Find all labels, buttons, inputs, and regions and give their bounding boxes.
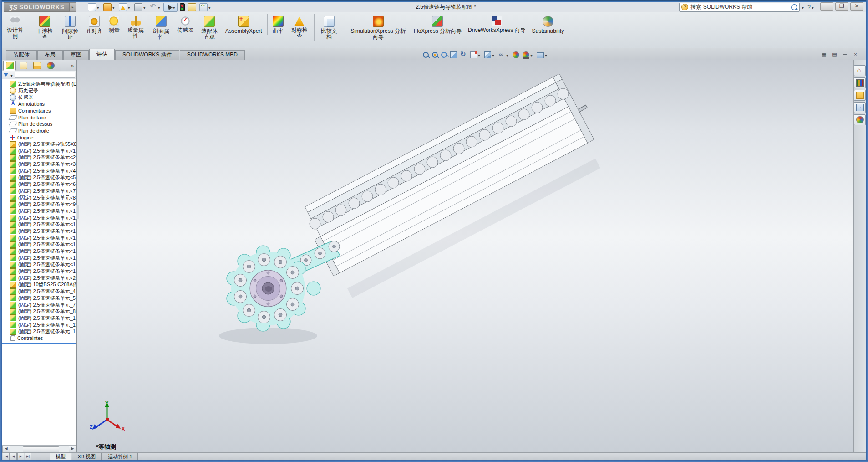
scroll-right-icon[interactable]: ▶ [69, 446, 76, 452]
dropdown-arrow-icon[interactable] [544, 52, 548, 58]
tree-item[interactable]: (固定) 2.5倍速链条单元<4> [3, 168, 76, 175]
sensors-button[interactable]: 传感器 [174, 14, 197, 34]
curvature-button[interactable]: 曲率 [267, 14, 287, 35]
tab-evaluate[interactable]: 评估 [89, 49, 115, 60]
appearances-scenes-tab[interactable] [854, 114, 866, 125]
tree-item[interactable]: 传感器 [3, 94, 76, 101]
tree-item[interactable]: (固定) 2.5倍速链条单元<2> [3, 154, 76, 161]
sustainability-button[interactable]: Sustainability [529, 14, 568, 35]
tree-item[interactable]: Origine [3, 134, 76, 141]
tree-item[interactable]: (固定) 2.5倍速链条单元<19> [3, 268, 76, 275]
simulationxpress-button[interactable]: SimulationXpress 分析向导 [344, 14, 411, 41]
edit-appearance-button[interactable] [513, 51, 519, 58]
tab-sketch[interactable]: 草图 [63, 50, 89, 60]
sprocket-hub[interactable] [250, 270, 286, 307]
new-document-button[interactable] [87, 3, 101, 12]
tree-item[interactable]: Contraintes [3, 335, 76, 342]
close-document-button[interactable]: × [852, 51, 859, 58]
view-settings-button[interactable] [537, 51, 548, 58]
tree-item[interactable]: (固定) 2.5倍速链条单元<15> [3, 241, 76, 248]
tree-item[interactable]: (固定) 2.5倍速链条单元<3> [3, 161, 76, 168]
dropdown-arrow-icon[interactable] [477, 52, 481, 58]
tree-item[interactable]: (固定) 2.5倍速链条单元_45 [3, 288, 76, 295]
interference-check-button[interactable]: 干涉检查 [30, 14, 57, 41]
tree-item[interactable]: (固定) 2.5倍速链条单元<8> [3, 195, 76, 201]
dropdown-arrow-icon[interactable] [96, 4, 100, 10]
section-view-button[interactable] [450, 51, 457, 58]
tree-item[interactable]: (固定) 2.5倍速链条单元<10> [3, 208, 76, 215]
dropdown-arrow-icon[interactable] [127, 4, 131, 10]
tree-item[interactable]: 2.5倍速链与导轨装配图 (Défa [3, 81, 76, 87]
tree-item[interactable]: (固定) 2.5倍速链条单元_87 [3, 308, 76, 315]
filter-funnel-icon[interactable] [4, 73, 8, 77]
view-orientation-button[interactable] [470, 51, 481, 58]
search-input[interactable]: ? 搜索 SOLIDWORKS 帮助 [679, 3, 800, 12]
rotate-view-button[interactable] [460, 51, 467, 58]
filter-dropdown-arrow-icon[interactable] [10, 72, 14, 78]
tree-item[interactable]: (固定) 2.5倍速链条单元<5> [3, 175, 76, 181]
tree-item[interactable]: (固定) 2.5倍速链条单元_73 [3, 302, 76, 308]
symmetry-check-button[interactable]: 对称检查 [287, 14, 312, 40]
tree-item[interactable]: (固定) 2.5倍速链条单元<12> [3, 221, 76, 228]
solidworks-resources-tab[interactable] [854, 65, 866, 76]
tree-item[interactable]: (固定) 2.5倍速链导轨55X85 [3, 141, 76, 148]
assembly-model[interactable] [77, 60, 853, 452]
first-tab-button[interactable]: |◀ [3, 453, 10, 460]
tree-item[interactable]: (固定) 2.5倍速链条单元<6> [3, 181, 76, 188]
tree-item[interactable]: (固定) 2.5倍速链条单元<14> [3, 235, 76, 241]
tree-item[interactable]: (固定) 2.5倍速链条单元<18> [3, 262, 76, 268]
tree-item[interactable]: (固定) 2.5倍速链条单元_11 [3, 322, 76, 329]
close-button[interactable]: ✕ [850, 2, 863, 11]
motion-study-tab[interactable]: 运动算例 1 [102, 453, 138, 460]
hide-show-items-button[interactable] [498, 51, 509, 58]
tree-item[interactable]: (固定) 2.5倍速链条单元<13> [3, 228, 76, 235]
tree-item[interactable]: 历史记录 [3, 87, 76, 94]
search-icon[interactable] [791, 4, 797, 10]
cascade-windows-button[interactable]: ▦ [820, 51, 828, 58]
tree-item[interactable]: (固定) 2.5倍速链条单元<20> [3, 275, 76, 282]
driveworksxpress-button[interactable]: DriveWorksXpress 向导 [465, 14, 528, 34]
3d-views-tab[interactable]: 3D 视图 [72, 453, 102, 460]
floxpress-button[interactable]: FloXpress 分析向导 [411, 14, 465, 35]
tab-layout[interactable]: 布局 [37, 50, 63, 60]
file-explorer-tab[interactable] [854, 90, 866, 101]
dropdown-arrow-icon[interactable] [505, 52, 509, 58]
propertymanager-tab[interactable] [17, 61, 30, 71]
tree-item[interactable]: Plan de droite [3, 128, 76, 134]
zoom-to-fit-button[interactable] [423, 52, 429, 58]
minimize-button[interactable]: — [820, 2, 833, 11]
tree-item[interactable]: (固定) 2.5倍速链条单元_59 [3, 295, 76, 302]
print-button[interactable] [133, 3, 147, 12]
tree-item[interactable]: Plan de face [3, 114, 76, 121]
model-tab[interactable]: 模型 [50, 453, 71, 460]
tree-item[interactable]: Plan de dessus [3, 121, 76, 128]
measure-button[interactable]: 测量 [106, 14, 123, 34]
hole-align-button[interactable]: 孔对齐 [83, 14, 106, 35]
minimize-document-button[interactable]: ─ [841, 51, 849, 58]
dropdown-arrow-icon[interactable] [208, 4, 212, 10]
open-document-button[interactable] [102, 3, 117, 12]
tab-assembly[interactable]: 装配体 [6, 50, 37, 60]
tile-windows-button[interactable]: ▤ [831, 51, 838, 58]
dropdown-arrow-icon[interactable] [157, 4, 161, 10]
tree-item[interactable]: (固定) 2.5倍速链条单元<11> [3, 215, 76, 221]
help-button[interactable]: ? [805, 4, 817, 10]
assemblyxpert-button[interactable]: AssemblyXpert [222, 14, 265, 35]
tab-solidworks-addins[interactable]: SOLIDWORKS 插件 [115, 50, 179, 60]
tree-item[interactable]: (固定) 2.5倍速链条单元<9> [3, 201, 76, 208]
scrollbar-track[interactable] [10, 446, 69, 452]
zoom-to-selection-button[interactable] [441, 52, 447, 58]
tree-item[interactable]: (固定) 2.5倍速链条单元_12 [3, 328, 76, 335]
search-dropdown-arrow-icon[interactable] [801, 4, 805, 10]
make-drawing-button[interactable] [118, 3, 132, 12]
tree-item[interactable]: (固定) 2.5倍速链条单元<16> [3, 248, 76, 255]
dropdown-arrow-icon[interactable] [112, 4, 116, 10]
zoom-to-area-button[interactable] [432, 52, 438, 58]
menu-expand-arrow-icon[interactable]: ▸ [70, 2, 76, 12]
compare-docs-button[interactable]: 比较文档 [314, 14, 342, 41]
tree-item[interactable]: (固定) 2.5倍速链条单元<1> [3, 148, 76, 154]
display-style-button[interactable] [484, 51, 495, 58]
mass-properties-button[interactable]: 质量属性 [123, 14, 148, 40]
clearance-verify-button[interactable]: 间隙验证 [57, 14, 83, 41]
dropdown-arrow-icon[interactable] [491, 52, 495, 58]
